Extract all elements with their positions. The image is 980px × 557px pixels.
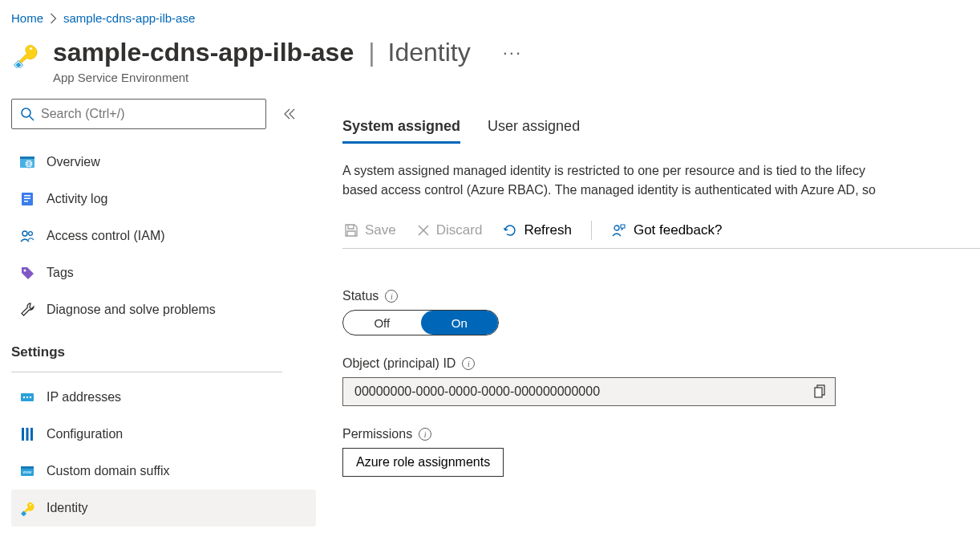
sidebar-item-label: Overview [47, 155, 100, 169]
svg-point-16 [26, 396, 28, 398]
main-content: System assigned User assigned A system a… [309, 99, 980, 527]
svg-rect-19 [26, 428, 29, 441]
sidebar-item-label: Tags [47, 266, 74, 280]
permissions-field: Permissions i Azure role assignments [342, 427, 980, 477]
tag-icon [19, 265, 35, 281]
sidebar-item-label: Access control (IAM) [47, 229, 165, 243]
status-field: Status i Off On [342, 289, 980, 335]
close-icon [417, 224, 430, 237]
sidebar-item-label: IP addresses [47, 390, 121, 405]
search-input[interactable] [41, 107, 257, 121]
resource-type-label: App Service Environment [53, 71, 522, 84]
permissions-label: Permissions [342, 427, 412, 441]
discard-label: Discard [436, 222, 483, 238]
toggle-off[interactable]: Off [343, 311, 421, 335]
sliders-icon [19, 426, 35, 442]
title-separator: | [368, 38, 375, 67]
domain-icon: www [19, 463, 35, 479]
tab-system-assigned[interactable]: System assigned [342, 118, 460, 144]
svg-point-13 [24, 270, 26, 272]
save-button: Save [342, 221, 398, 240]
feedback-label: Got feedback? [634, 222, 723, 238]
svg-rect-8 [24, 195, 30, 197]
sidebar: Overview Activity log Access control (IA… [0, 99, 309, 527]
breadcrumb-home[interactable]: Home [11, 11, 43, 25]
breadcrumb: Home sample-cdns-app-ilb-ase [0, 0, 980, 31]
svg-rect-5 [20, 157, 34, 159]
svg-rect-27 [815, 388, 822, 397]
collapse-sidebar-icon[interactable] [284, 108, 295, 120]
save-icon [344, 223, 358, 238]
svg-rect-18 [22, 428, 24, 441]
status-label: Status [342, 289, 379, 303]
chevron-right-icon [50, 13, 57, 24]
svg-rect-22 [21, 466, 34, 469]
page-header: sample-cdns-app-ilb-ase | Identity ··· A… [0, 31, 980, 99]
sidebar-item-tags[interactable]: Tags [11, 254, 316, 291]
sidebar-item-label: Custom domain suffix [47, 464, 170, 478]
search-icon [20, 107, 34, 121]
wrench-icon [19, 302, 35, 318]
ip-icon [19, 389, 35, 405]
sidebar-item-label: Identity [47, 501, 88, 515]
sidebar-item-overview[interactable]: Overview [11, 144, 316, 181]
sidebar-item-configuration[interactable]: Configuration [11, 416, 316, 453]
save-label: Save [365, 222, 396, 238]
people-icon [19, 228, 35, 244]
feedback-button[interactable]: Got feedback? [609, 221, 724, 240]
svg-point-24 [30, 504, 31, 506]
divider [11, 372, 282, 372]
svg-point-0 [30, 47, 32, 50]
sidebar-item-activity-log[interactable]: Activity log [11, 181, 316, 218]
sidebar-section-settings: Settings [11, 328, 309, 367]
svg-line-3 [30, 116, 34, 120]
sidebar-item-identity[interactable]: Identity [11, 490, 316, 527]
sidebar-item-access-control[interactable]: Access control (IAM) [11, 218, 316, 254]
feedback-icon [611, 222, 627, 238]
svg-rect-20 [30, 428, 33, 441]
azure-role-assignments-button[interactable]: Azure role assignments [342, 448, 504, 477]
globe-icon [19, 154, 35, 170]
tab-user-assigned[interactable]: User assigned [488, 118, 580, 144]
breadcrumb-resource[interactable]: sample-cdns-app-ilb-ase [63, 11, 195, 25]
svg-point-12 [29, 232, 33, 236]
object-id-value-box: 00000000-0000-0000-0000-000000000000 [342, 377, 836, 406]
info-icon[interactable]: i [419, 428, 431, 441]
svg-text:www: www [23, 470, 32, 474]
key-small-icon [19, 500, 35, 516]
sidebar-item-label: Diagnose and solve problems [47, 303, 216, 317]
svg-point-25 [614, 226, 619, 230]
search-box[interactable] [11, 99, 266, 129]
toolbar: Save Discard Refresh Got feedback? [342, 221, 980, 249]
info-icon[interactable]: i [385, 290, 398, 303]
sidebar-item-label: Activity log [47, 192, 107, 206]
copy-icon[interactable] [814, 384, 827, 399]
svg-point-17 [30, 396, 31, 398]
status-toggle[interactable]: Off On [342, 310, 499, 335]
refresh-button[interactable]: Refresh [501, 221, 573, 240]
page-section-title: Identity [388, 38, 471, 67]
svg-rect-9 [24, 198, 30, 200]
sidebar-item-label: Configuration [47, 427, 123, 441]
sidebar-item-ip-addresses[interactable]: IP addresses [11, 379, 316, 416]
page-title: sample-cdns-app-ilb-ase [53, 38, 354, 67]
object-id-field: Object (principal) ID i 00000000-0000-00… [342, 356, 980, 406]
sidebar-item-custom-domain[interactable]: www Custom domain suffix [11, 453, 316, 490]
object-id-label: Object (principal) ID [342, 356, 456, 371]
discard-button: Discard [415, 221, 484, 240]
refresh-label: Refresh [524, 222, 572, 238]
svg-point-11 [22, 231, 27, 236]
tabs: System assigned User assigned [342, 118, 980, 144]
key-icon [11, 41, 38, 68]
object-id-value: 00000000-0000-0000-0000-000000000000 [354, 384, 600, 399]
description-text: A system assigned managed identity is re… [342, 161, 980, 200]
log-icon [19, 191, 35, 207]
refresh-icon [503, 223, 517, 238]
more-icon[interactable]: ··· [503, 43, 522, 63]
toggle-on[interactable]: On [421, 311, 499, 335]
svg-rect-10 [24, 201, 28, 202]
sidebar-item-diagnose[interactable]: Diagnose and solve problems [11, 291, 316, 328]
svg-point-15 [23, 396, 25, 398]
svg-point-2 [22, 108, 30, 117]
info-icon[interactable]: i [462, 357, 475, 370]
